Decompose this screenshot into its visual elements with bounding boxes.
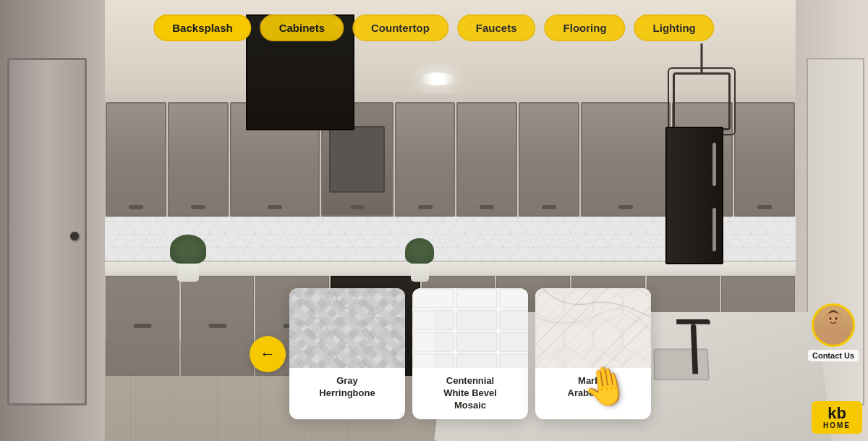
marble-texture (535, 288, 651, 368)
cursor-hand-icon: 🤚 (579, 361, 633, 412)
ceiling-light-2 (420, 72, 456, 85)
card-label-line1: Gray (336, 375, 358, 386)
plant-leaves (170, 235, 206, 264)
microwave-face (329, 126, 385, 193)
contact-label: Contact Us (808, 350, 859, 361)
lower-cabinet (106, 276, 179, 376)
upper-cabinet (106, 102, 166, 217)
subway-texture (412, 288, 528, 368)
contact-us-button[interactable]: Contact Us (804, 303, 862, 361)
tab-faucets[interactable]: Faucets (457, 14, 536, 41)
upper-cabinet (519, 102, 579, 217)
material-card-gray-herringbone[interactable]: Gray Herringbone (289, 288, 405, 419)
logo-text: kb (827, 406, 846, 421)
card-preview-subway (412, 288, 528, 368)
card-label-line2: White Bevel (443, 387, 497, 398)
plant-pot (411, 264, 429, 282)
tab-flooring[interactable]: Flooring (545, 14, 626, 41)
category-navigation: Backsplash Cabinets Countertop Faucets F… (153, 14, 714, 41)
fridge-handle (712, 208, 716, 251)
card-preview-herringbone (289, 288, 405, 368)
svg-rect-4 (289, 288, 405, 368)
contact-avatar (812, 303, 855, 347)
upper-cabinet (734, 102, 795, 217)
kb-home-logo[interactable]: kb HOME (812, 401, 862, 434)
upper-cabinet (395, 102, 456, 217)
svg-rect-9 (434, 310, 528, 368)
svg-point-16 (830, 317, 832, 320)
card-label-line2: Herringbone (319, 387, 375, 398)
door-knob (70, 232, 79, 240)
upper-cabinet (581, 102, 671, 217)
card-label-centennial: Centennial White Bevel Mosaic (412, 368, 528, 419)
upper-cabinet (168, 102, 229, 217)
upper-cabinet (456, 102, 517, 217)
left-door (7, 58, 87, 406)
svg-rect-12 (535, 288, 651, 368)
svg-rect-11 (535, 288, 651, 368)
lower-cabinet (181, 276, 255, 376)
herringbone-texture (289, 288, 405, 368)
plant-pot (177, 264, 199, 282)
tab-lighting[interactable]: Lighting (634, 14, 715, 41)
plant-leaves (405, 238, 434, 264)
avatar-illustration (819, 307, 848, 343)
tab-backsplash[interactable]: Backsplash (153, 14, 251, 41)
svg-point-17 (835, 317, 838, 320)
fridge-handle (712, 143, 716, 186)
plant-center (405, 238, 434, 282)
svg-point-14 (820, 329, 846, 343)
refrigerator (665, 127, 723, 264)
left-wall (0, 0, 105, 441)
card-label-line3: Mosaic (454, 400, 486, 411)
card-preview-marble (535, 288, 651, 368)
card-label-herringbone: Gray Herringbone (289, 368, 405, 407)
material-card-centennial-white[interactable]: Centennial White Bevel Mosaic (412, 288, 528, 419)
tab-cabinets[interactable]: Cabinets (260, 14, 344, 41)
card-label-line1: Centennial (446, 375, 494, 386)
chandelier-frame (673, 72, 731, 130)
island-sink (653, 348, 710, 380)
logo-subtext: HOME (823, 421, 851, 429)
back-arrow-button[interactable]: ← (250, 336, 286, 372)
plant-left (170, 235, 206, 282)
tab-countertop[interactable]: Countertop (352, 14, 448, 41)
